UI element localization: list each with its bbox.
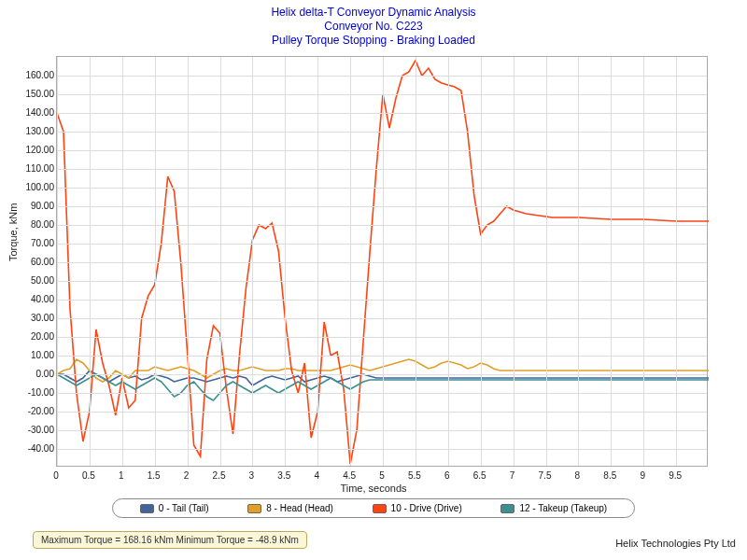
x-axis-label: Time, seconds	[0, 483, 747, 494]
x-tick-label: 5	[368, 470, 396, 481]
legend-label: 12 - Takeup (Takeup)	[519, 503, 607, 513]
x-tick-label: 8	[563, 470, 591, 481]
x-tick-label: 9	[628, 470, 656, 481]
y-tick-label: 140.00	[7, 107, 54, 118]
y-tick-label: -20.00	[7, 406, 54, 416]
legend-swatch	[247, 504, 261, 513]
y-tick-label: -10.00	[7, 387, 54, 398]
legend-item: 0 - Tail (Tail)	[140, 503, 209, 513]
title-line-3: Pulley Torque Stopping - Braking Loaded	[0, 34, 747, 48]
y-tick-label: 30.00	[7, 313, 54, 323]
legend-item: 12 - Takeup (Takeup)	[500, 503, 607, 513]
y-tick-label: -30.00	[7, 425, 54, 435]
y-tick-label: 100.00	[7, 182, 54, 192]
x-tick-label: 3.5	[270, 470, 298, 481]
y-tick-label: 10.00	[7, 350, 54, 360]
x-tick-label: 4.5	[335, 470, 363, 481]
x-tick-label: 1.5	[140, 470, 168, 481]
y-tick-label: 80.00	[7, 219, 54, 230]
y-tick-label: 50.00	[7, 275, 54, 286]
x-tick-label: 2	[173, 470, 201, 481]
plot-area	[56, 56, 708, 467]
x-tick-label: 7.5	[531, 470, 559, 481]
title-line-2: Conveyor No. C223	[0, 20, 747, 34]
y-tick-label: 0.00	[7, 369, 54, 379]
y-tick-label: -40.00	[7, 443, 54, 454]
x-tick-label: 3	[237, 470, 265, 481]
y-axis-label: Torque, kNm	[7, 203, 19, 261]
x-tick-label: 1	[107, 470, 135, 481]
x-tick-label: 4	[303, 470, 331, 481]
legend-label: 10 - Drive (Drive)	[391, 503, 462, 513]
x-tick-label: 5.5	[401, 470, 429, 481]
x-tick-label: 0.5	[75, 470, 103, 481]
x-tick-label: 7	[499, 470, 527, 481]
y-tick-label: 40.00	[7, 294, 54, 304]
footer-company: Helix Technologies Pty Ltd	[615, 538, 736, 549]
x-tick-label: 2.5	[205, 470, 233, 481]
legend-swatch	[500, 504, 514, 513]
y-tick-label: 130.00	[7, 126, 54, 136]
x-tick-label: 0	[42, 470, 70, 481]
y-tick-label: 70.00	[7, 238, 54, 248]
x-tick-label: 8.5	[596, 470, 624, 481]
y-tick-label: 160.00	[7, 70, 54, 80]
x-tick-label: 9.5	[661, 470, 689, 481]
status-readout: Maximum Torque = 168.16 kNm Minimum Torq…	[33, 531, 307, 549]
legend: 0 - Tail (Tail)8 - Head (Head)10 - Drive…	[112, 498, 635, 518]
legend-label: 8 - Head (Head)	[266, 503, 333, 513]
chart-titles: Helix delta-T Conveyor Dynamic Analysis …	[0, 0, 747, 48]
legend-swatch	[140, 504, 154, 513]
legend-label: 0 - Tail (Tail)	[159, 503, 209, 513]
y-tick-label: 60.00	[7, 257, 54, 267]
y-tick-label: 150.00	[7, 89, 54, 99]
y-tick-label: 110.00	[7, 163, 54, 174]
x-tick-label: 6	[433, 470, 461, 481]
legend-item: 8 - Head (Head)	[247, 503, 333, 513]
x-tick-label: 6.5	[466, 470, 494, 481]
y-tick-label: 120.00	[7, 145, 54, 155]
y-tick-label: 20.00	[7, 331, 54, 342]
y-tick-label: 90.00	[7, 201, 54, 211]
legend-item: 10 - Drive (Drive)	[373, 503, 462, 513]
title-line-1: Helix delta-T Conveyor Dynamic Analysis	[0, 6, 747, 20]
legend-swatch	[373, 504, 387, 513]
